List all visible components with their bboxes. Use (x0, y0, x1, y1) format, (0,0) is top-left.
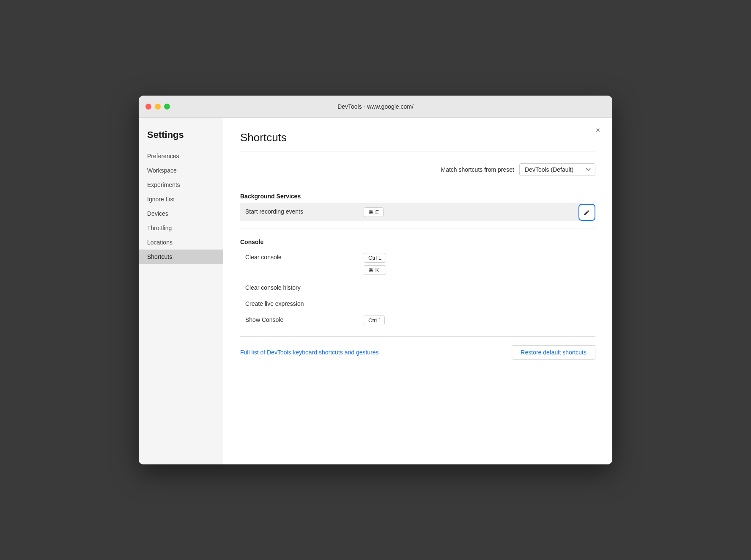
preset-select[interactable]: DevTools (Default) Visual Studio Code (519, 163, 595, 176)
shortcut-row-clear-console: Clear console Ctrl L ⌘ K (240, 249, 595, 279)
shortcut-keys-show-console: Ctrl ` (364, 316, 385, 325)
sidebar-item-devices[interactable]: Devices (139, 206, 223, 221)
key-badge-ctrl-l: Ctrl L (364, 253, 386, 263)
sidebar-item-workspace[interactable]: Workspace (139, 163, 223, 178)
window-title: DevTools - www.google.com/ (337, 103, 414, 110)
section-header-console: Console (240, 235, 595, 249)
main-content: × Shortcuts Match shortcuts from preset … (223, 118, 612, 464)
sidebar-item-ignore-list[interactable]: Ignore List (139, 192, 223, 206)
sidebar-item-throttling[interactable]: Throttling (139, 221, 223, 235)
preset-row: Match shortcuts from preset DevTools (De… (240, 163, 595, 176)
window-body: Settings Preferences Workspace Experimen… (139, 118, 612, 464)
titlebar: DevTools - www.google.com/ (139, 96, 612, 118)
preset-label: Match shortcuts from preset (441, 166, 514, 173)
shortcut-row-show-console: Show Console Ctrl ` (240, 311, 595, 329)
section-console: Console Clear console Ctrl L ⌘ K Clear c… (240, 235, 595, 329)
minimize-traffic-light[interactable] (155, 104, 161, 110)
shortcut-label-clear-console: Clear console (245, 253, 364, 261)
sidebar-heading: Settings (139, 129, 223, 149)
section-background-services: Background Services Start recording even… (240, 189, 595, 221)
sidebar-item-experiments[interactable]: Experiments (139, 178, 223, 192)
sidebar-item-preferences[interactable]: Preferences (139, 149, 223, 163)
shortcut-row-clear-console-history: Clear console history (240, 279, 595, 295)
shortcut-keys-clear-console: Ctrl L ⌘ K (364, 253, 386, 275)
shortcut-label-create-live-expression: Create live expression (245, 299, 364, 307)
shortcut-label-clear-console-history: Clear console history (245, 283, 364, 291)
title-divider (240, 151, 595, 151)
section-header-background-services: Background Services (240, 189, 595, 203)
maximize-traffic-light[interactable] (164, 104, 170, 110)
close-traffic-light[interactable] (145, 104, 151, 110)
shortcut-keys-start-recording: ⌘ E (364, 207, 384, 217)
devtools-window: DevTools - www.google.com/ Settings Pref… (139, 96, 612, 464)
section-divider-1 (240, 228, 595, 228)
key-badge-cmd-k: ⌘ K (364, 265, 386, 275)
shortcut-row-start-recording: Start recording events ⌘ E (240, 203, 595, 221)
shortcut-label-show-console: Show Console (245, 316, 364, 323)
sidebar-item-shortcuts[interactable]: Shortcuts (139, 250, 223, 264)
full-list-link[interactable]: Full list of DevTools keyboard shortcuts… (240, 349, 379, 356)
traffic-lights (145, 104, 170, 110)
sidebar: Settings Preferences Workspace Experimen… (139, 118, 223, 464)
footer: Full list of DevTools keyboard shortcuts… (240, 336, 595, 363)
shortcut-label-start-recording: Start recording events (245, 207, 364, 215)
key-badge-ctrl-backtick: Ctrl ` (364, 316, 385, 325)
sidebar-item-locations[interactable]: Locations (139, 235, 223, 250)
shortcut-row-create-live-expression: Create live expression (240, 295, 595, 311)
edit-button-start-recording[interactable] (578, 204, 595, 221)
pencil-icon (583, 209, 591, 216)
key-badge-cmd-e: ⌘ E (364, 207, 384, 217)
page-title: Shortcuts (240, 131, 595, 144)
close-button[interactable]: × (592, 124, 604, 136)
restore-defaults-button[interactable]: Restore default shortcuts (512, 345, 595, 360)
